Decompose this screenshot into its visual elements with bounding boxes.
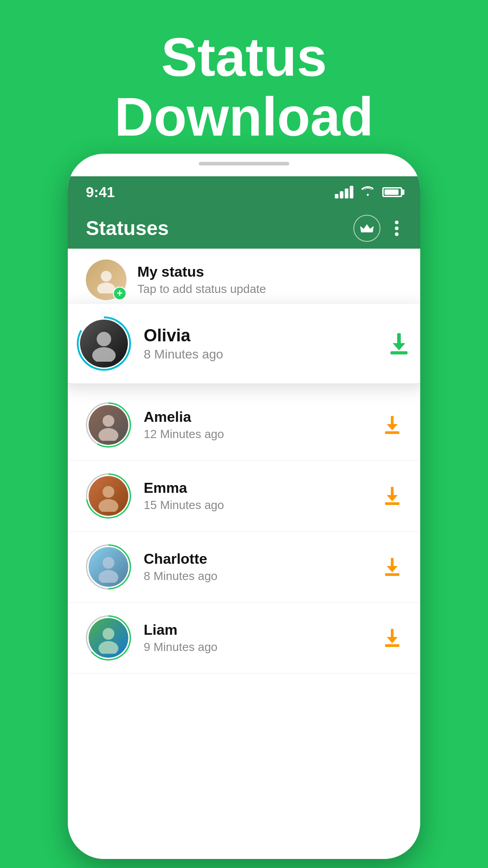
emma-avatar: [89, 476, 128, 516]
amelia-name: Amelia: [144, 409, 370, 425]
app-header: Statuses: [68, 208, 420, 249]
my-status-info: My status Tap to add status update: [137, 264, 266, 296]
promo-title: Status Download: [0, 27, 488, 146]
svg-point-17: [103, 557, 114, 569]
liam-avatar: [89, 618, 128, 658]
charlotte-info: Charlotte 8 Minutes ago: [144, 551, 370, 583]
amelia-avatar-ring: [86, 402, 131, 448]
status-list: Olivia 8 Minutes ago: [68, 340, 420, 674]
crown-button[interactable]: [353, 215, 380, 242]
svg-marker-20: [387, 566, 398, 572]
svg-point-1: [97, 283, 115, 293]
status-list-wrapper: Olivia 8 Minutes ago: [68, 340, 420, 674]
app-title: Statuses: [86, 217, 169, 240]
amelia-download-button[interactable]: [382, 415, 402, 435]
svg-point-22: [103, 628, 114, 640]
my-status-subtitle: Tap to add status update: [137, 282, 266, 296]
menu-button[interactable]: [391, 217, 402, 240]
featured-contact-card[interactable]: Olivia 8 Minutes ago: [68, 304, 420, 383]
featured-contact-info: Olivia 8 Minutes ago: [144, 326, 374, 362]
svg-point-7: [103, 415, 114, 427]
svg-point-3: [92, 347, 116, 362]
featured-contact-name: Olivia: [144, 326, 374, 345]
list-item[interactable]: Amelia 12 Minutes ago: [68, 390, 420, 461]
emma-name: Emma: [144, 480, 370, 496]
svg-rect-26: [385, 644, 399, 647]
svg-marker-10: [387, 424, 398, 430]
featured-avatar-ring: [77, 316, 131, 371]
liam-time: 9 Minutes ago: [144, 640, 370, 654]
svg-rect-16: [385, 502, 399, 505]
charlotte-download-button[interactable]: [382, 557, 402, 577]
liam-info: Liam 9 Minutes ago: [144, 622, 370, 654]
featured-contact-time: 8 Minutes ago: [144, 347, 374, 362]
svg-point-2: [97, 332, 111, 346]
olivia-avatar: [80, 320, 128, 368]
signal-icon: [335, 186, 353, 198]
svg-marker-25: [387, 637, 398, 643]
svg-marker-15: [387, 495, 398, 501]
list-item[interactable]: Charlotte 8 Minutes ago: [68, 532, 420, 603]
liam-download-button[interactable]: [382, 628, 402, 648]
charlotte-avatar: [89, 547, 128, 587]
charlotte-avatar-ring: [86, 544, 131, 590]
svg-point-12: [103, 486, 114, 498]
wifi-icon: [361, 185, 375, 199]
my-status-name: My status: [137, 264, 266, 280]
svg-point-18: [99, 570, 118, 583]
svg-rect-6: [390, 351, 408, 354]
amelia-info: Amelia 12 Minutes ago: [144, 409, 370, 441]
emma-time: 15 Minutes ago: [144, 498, 370, 512]
amelia-avatar: [89, 405, 128, 445]
status-icons: [335, 185, 402, 199]
add-status-badge[interactable]: +: [113, 287, 127, 300]
status-bar: 9:41: [68, 176, 420, 208]
header-icons: [353, 215, 402, 242]
svg-rect-21: [385, 573, 399, 576]
svg-point-8: [99, 428, 118, 441]
my-status-row: + My status Tap to add status update: [86, 259, 402, 300]
liam-name: Liam: [144, 622, 370, 638]
phone-frame: 9:41 Statuses: [68, 154, 420, 859]
phone-inner: 9:41 Statuses: [68, 154, 420, 859]
emma-download-button[interactable]: [382, 486, 402, 506]
battery-icon: [382, 187, 402, 197]
promo-header: Status Download: [0, 27, 488, 146]
my-status-section[interactable]: + My status Tap to add status update: [68, 249, 420, 311]
svg-point-13: [99, 499, 118, 512]
list-item[interactable]: Liam 9 Minutes ago: [68, 603, 420, 674]
my-status-avatar: +: [86, 259, 127, 300]
featured-download-button[interactable]: [387, 331, 411, 356]
svg-marker-5: [393, 343, 405, 350]
amelia-time: 12 Minutes ago: [144, 427, 370, 441]
svg-rect-4: [397, 333, 401, 344]
emma-info: Emma 15 Minutes ago: [144, 480, 370, 512]
charlotte-name: Charlotte: [144, 551, 370, 567]
svg-point-0: [101, 271, 112, 282]
svg-point-23: [99, 641, 118, 654]
svg-rect-11: [385, 431, 399, 434]
liam-avatar-ring: [86, 615, 131, 660]
emma-avatar-ring: [86, 473, 131, 519]
phone-notch: [199, 162, 289, 165]
status-time: 9:41: [86, 184, 115, 201]
charlotte-time: 8 Minutes ago: [144, 569, 370, 583]
list-item[interactable]: Emma 15 Minutes ago: [68, 461, 420, 532]
